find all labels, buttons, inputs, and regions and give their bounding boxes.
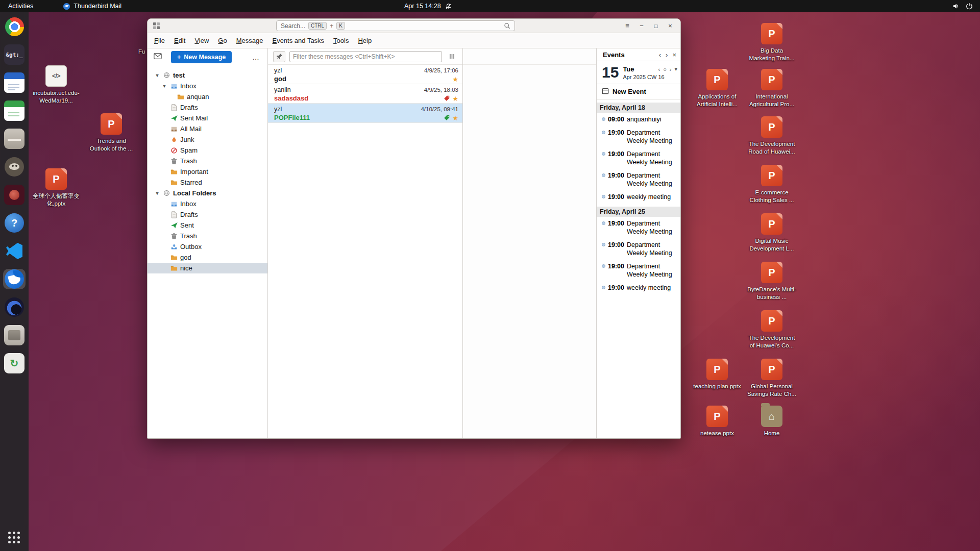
- libreoffice-writer-dock-icon[interactable]: [3, 72, 26, 93]
- clock-menu[interactable]: Apr 15 14:28: [404, 0, 452, 12]
- today-icon[interactable]: ○: [663, 66, 667, 72]
- event-item[interactable]: 19:00 weekly meeting: [597, 190, 680, 204]
- chrome-dock-icon[interactable]: [3, 16, 26, 37]
- software-updater-dock-icon[interactable]: ↻: [3, 353, 26, 373]
- system-status-menu[interactable]: [952, 3, 980, 10]
- desktop-icon-huawei-co[interactable]: P The Development of Huawei's Co...: [747, 310, 796, 349]
- folder-row-drafts[interactable]: Drafts: [148, 102, 267, 113]
- libreoffice-calc-dock-icon[interactable]: [3, 101, 26, 121]
- star-icon[interactable]: ★: [452, 95, 458, 102]
- chevron-down-icon[interactable]: ▾: [674, 66, 677, 72]
- activities-button[interactable]: Activities: [0, 0, 41, 12]
- terminal-dock-icon[interactable]: &gt;_: [3, 44, 26, 65]
- desktop-icon-global-savings[interactable]: P Global Personal Savings Rate Ch...: [747, 359, 796, 398]
- media-app-dock-icon[interactable]: [3, 185, 26, 205]
- prev-day-icon[interactable]: ‹: [658, 66, 660, 72]
- menu-go[interactable]: Go: [213, 35, 231, 46]
- desktop-icon-big-data[interactable]: P Big Data Marketing Train...: [747, 23, 796, 62]
- message-list-display-options-icon[interactable]: [446, 53, 457, 60]
- gimp-dock-icon[interactable]: [3, 157, 26, 177]
- menu-message[interactable]: Message: [232, 35, 268, 46]
- folder-account-test[interactable]: ▾ test: [148, 70, 267, 81]
- event-item[interactable]: 19:00 Department Weekly Meeting: [597, 217, 680, 238]
- vscode-dock-icon[interactable]: [3, 241, 26, 261]
- event-item[interactable]: 19:00 Department Weekly Meeting: [597, 126, 680, 147]
- next-day-icon[interactable]: ›: [670, 66, 672, 72]
- folder-pane-options-icon[interactable]: [154, 53, 162, 62]
- menu-events-and-tasks[interactable]: Events and Tasks: [267, 35, 329, 46]
- browser-dock-icon[interactable]: [3, 297, 26, 317]
- quick-filter-pin-icon[interactable]: [273, 51, 285, 62]
- help-dock-icon[interactable]: ?: [3, 213, 26, 233]
- event-item[interactable]: 19:00 weekly meeting: [597, 281, 680, 294]
- chevron-down-icon[interactable]: ▾: [161, 83, 167, 89]
- folder-account-local-folders[interactable]: ▾ Local Folders: [148, 188, 267, 198]
- desktop-icon-teaching-plan[interactable]: P teaching plan.pptx: [693, 359, 742, 390]
- folder-row-all-mail[interactable]: All Mail: [148, 123, 267, 134]
- close-button[interactable]: ×: [665, 21, 675, 31]
- desktop-icon-netease[interactable]: P netease.pptx: [693, 406, 742, 437]
- desktop-icon-digital-music[interactable]: P Digital Music Development L...: [747, 213, 796, 253]
- chevron-down-icon[interactable]: ▾: [154, 72, 160, 78]
- event-item[interactable]: 19:00 Department Weekly Meeting: [597, 169, 680, 190]
- message-row[interactable]: yanlin 4/9/25, 18:03 sadasdasd ★: [268, 84, 462, 104]
- folder-row-anquan[interactable]: anquan: [148, 91, 267, 102]
- event-item[interactable]: 19:00 Department Weekly Meeting: [597, 147, 680, 169]
- folder-row-local-sent[interactable]: Sent: [148, 220, 267, 231]
- minimize-button[interactable]: −: [636, 21, 647, 31]
- menu-file[interactable]: File: [150, 35, 169, 46]
- window-titlebar[interactable]: Search... CTRL + K ≡ − □ ×: [148, 19, 680, 33]
- boxes-dock-icon[interactable]: [3, 325, 26, 345]
- desktop-icon-applications-ai[interactable]: P Applications of Artificial Intelli...: [693, 69, 742, 108]
- folder-row-local-inbox[interactable]: Inbox: [148, 198, 267, 209]
- new-event-button[interactable]: New Event: [597, 84, 680, 99]
- menu-help[interactable]: Help: [353, 35, 376, 46]
- star-icon[interactable]: ★: [452, 76, 458, 83]
- folder-row-junk[interactable]: Junk: [148, 134, 267, 145]
- desktop-icon-home[interactable]: ⌂ Home: [747, 406, 796, 437]
- app-menu-icon[interactable]: ≡: [622, 21, 632, 31]
- folder-row-god[interactable]: god: [148, 252, 267, 263]
- filter-messages-input[interactable]: [289, 51, 442, 62]
- desktop-icon-incubator[interactable]: </> incubator.ucf.edu-WedMar19...: [32, 65, 81, 105]
- chevron-right-icon[interactable]: ›: [666, 51, 668, 59]
- folder-row-sent-mail[interactable]: Sent Mail: [148, 113, 267, 123]
- focused-app-indicator[interactable]: Thunderbird Mail: [63, 3, 121, 10]
- folder-row-local-drafts[interactable]: Drafts: [148, 209, 267, 220]
- star-icon[interactable]: ★: [452, 115, 458, 121]
- folder-row-nice[interactable]: nice: [148, 263, 267, 273]
- folder-row-local-trash[interactable]: Trash: [148, 231, 267, 241]
- desktop-icon-bytedance[interactable]: P ByteDance's Multi-business ...: [747, 262, 796, 301]
- folder-row-spam[interactable]: Spam: [148, 145, 267, 156]
- desktop-icon-savings-rate-cn[interactable]: P 全球个人储蓄率变化.pptx: [32, 168, 81, 208]
- folder-row-inbox[interactable]: ▾ Inbox: [148, 81, 267, 91]
- menu-view[interactable]: View: [190, 35, 213, 46]
- event-item[interactable]: 19:00 Department Weekly Meeting: [597, 238, 680, 260]
- folder-row-important[interactable]: Important: [148, 166, 267, 177]
- chevron-left-icon[interactable]: ‹: [659, 51, 661, 59]
- menu-tools[interactable]: Tools: [329, 35, 353, 46]
- thunderbird-dock-icon[interactable]: [3, 269, 26, 289]
- maximize-button[interactable]: □: [651, 21, 661, 31]
- folder-row-trash[interactable]: Trash: [148, 156, 267, 166]
- desktop-icon-trends[interactable]: P Trends and Outlook of the ...: [87, 113, 136, 153]
- folder-pane-more-button[interactable]: …: [249, 53, 262, 61]
- new-message-button[interactable]: + New Message: [171, 51, 232, 63]
- spaces-toolbar-icon[interactable]: [153, 22, 160, 30]
- message-row-selected[interactable]: yzl 4/10/25, 09:41 POPFile111 ★: [268, 104, 462, 123]
- event-item[interactable]: 19:00 Department Weekly Meeting: [597, 260, 680, 281]
- folder-row-outbox[interactable]: Outbox: [148, 241, 267, 252]
- files-dock-icon[interactable]: [3, 129, 26, 149]
- desktop-icon-international-agri[interactable]: P International Agricultural Pro...: [747, 69, 796, 108]
- global-search-bar[interactable]: Search... CTRL + K: [276, 20, 515, 31]
- folder-row-starred[interactable]: Starred: [148, 177, 267, 188]
- calendar-icon: [602, 87, 609, 96]
- desktop-icon-huawei-road[interactable]: P The Development Road of Huawei...: [747, 116, 796, 156]
- menu-edit[interactable]: Edit: [169, 35, 190, 46]
- app-grid-icon[interactable]: [3, 524, 26, 545]
- chevron-down-icon[interactable]: ▾: [154, 190, 160, 196]
- close-icon[interactable]: ×: [672, 51, 676, 59]
- desktop-icon-ecommerce[interactable]: P E-commerce Clothing Sales ...: [747, 165, 796, 204]
- message-row[interactable]: yzl 4/9/25, 17:06 god ★: [268, 65, 462, 84]
- event-item[interactable]: 09:00 anquanhuiyi: [597, 113, 680, 126]
